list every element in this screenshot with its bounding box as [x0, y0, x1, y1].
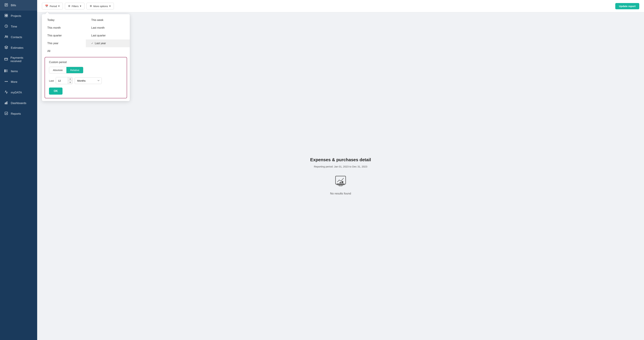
sidebar-item-mydata[interactable]: myDATA [0, 87, 37, 98]
main-content: 📅 Period ▾ ⚙ Filters ▾ ⚙ More options ▾ … [37, 0, 644, 340]
option-last-month[interactable]: Last month [86, 24, 130, 32]
ok-label: OK [54, 90, 58, 92]
sidebar-item-reports[interactable]: Reports [0, 108, 37, 119]
option-this-month[interactable]: This month [42, 24, 86, 32]
svg-rect-24 [6, 102, 6, 104]
absolute-toggle[interactable]: Absolute [49, 67, 66, 73]
last-label: Last [49, 79, 54, 82]
today-label: Today [47, 18, 54, 21]
toggle-group: Absolute Relative [49, 67, 83, 73]
svg-point-22 [7, 81, 8, 82]
sidebar-item-estimates[interactable]: Estimates [0, 42, 37, 53]
sidebar-label-projects: Projects [11, 14, 21, 18]
sidebar-label-reports: Reports [11, 112, 21, 116]
period-button[interactable]: 📅 Period ▾ [42, 3, 63, 9]
items-icon [4, 69, 8, 74]
check-icon: ✓ [91, 42, 94, 45]
sidebar-label-bills: Bills [11, 4, 16, 7]
period-icon: 📅 [45, 4, 48, 7]
filter-icon: ⚙ [68, 4, 70, 7]
update-report-label: Update report [619, 5, 636, 7]
option-last-quarter[interactable]: Last quarter [86, 32, 130, 39]
svg-point-10 [7, 36, 8, 37]
reports-icon [4, 112, 8, 116]
period-dropdown: Today This week This month Last month Th… [42, 12, 130, 101]
spinners: ▲ ▼ [68, 77, 72, 84]
dropdown-panel: Today This week This month Last month Th… [42, 14, 130, 101]
number-field[interactable] [56, 78, 68, 84]
last-row: Last ▲ ▼ Days Weeks Months Quarters Year [49, 77, 123, 84]
filters-label: Filters [72, 5, 78, 7]
svg-rect-5 [6, 14, 8, 15]
this-quarter-label: This quarter [47, 34, 62, 37]
period-select[interactable]: Days Weeks Months Quarters Years [75, 77, 102, 84]
svg-rect-4 [5, 14, 6, 15]
projects-icon [4, 14, 8, 18]
period-chevron-icon: ▾ [58, 4, 60, 7]
no-results-text: No results found [330, 192, 351, 195]
spinner-up[interactable]: ▲ [68, 77, 72, 81]
payments-icon [4, 57, 8, 62]
svg-rect-26 [5, 112, 8, 115]
sidebar-label-mydata: myDATA [11, 91, 22, 94]
more-options-button[interactable]: ⚙ More options ▾ [86, 3, 114, 9]
more-options-gear-icon: ⚙ [90, 4, 92, 7]
sidebar-item-more[interactable]: More [0, 77, 37, 87]
filters-button[interactable]: ⚙ Filters ▾ [65, 3, 84, 9]
more-options-chevron-icon: ▾ [109, 4, 111, 7]
last-year-label: Last year [95, 42, 106, 45]
svg-marker-11 [5, 46, 8, 47]
toolbar: 📅 Period ▾ ⚙ Filters ▾ ⚙ More options ▾ … [37, 0, 644, 12]
option-last-year[interactable]: ✓ Last year [86, 39, 130, 47]
svg-rect-7 [6, 16, 8, 17]
period-label: Period [50, 5, 57, 7]
bills-icon [4, 3, 8, 7]
sidebar-item-bills[interactable]: Bills [0, 0, 37, 11]
option-all[interactable]: All [42, 47, 86, 55]
sidebar-item-payments-received[interactable]: Payments received [0, 53, 37, 66]
report-title: Expenses & purchases detail [310, 157, 371, 163]
period-options-grid: Today This week This month Last month Th… [42, 14, 130, 57]
svg-rect-31 [340, 182, 341, 183]
this-year-label: This year [47, 42, 58, 45]
dashboards-icon [4, 101, 8, 105]
mydata-icon [4, 90, 8, 95]
custom-period-title: Custom period [49, 61, 123, 64]
svg-rect-29 [339, 185, 342, 186]
sidebar-item-items[interactable]: Items [0, 66, 37, 77]
relative-toggle[interactable]: Relative [66, 67, 83, 73]
svg-rect-30 [342, 181, 343, 183]
custom-period-section: Custom period Absolute Relative Last ▲ [44, 57, 127, 98]
sidebar-item-projects[interactable]: Projects [0, 11, 37, 21]
more-options-label: More options [93, 5, 108, 7]
last-quarter-label: Last quarter [91, 34, 106, 37]
sidebar-item-contacts[interactable]: Contacts [0, 32, 37, 42]
option-this-quarter[interactable]: This quarter [42, 32, 86, 39]
sidebar-item-dashboards[interactable]: Dashboards [0, 98, 37, 108]
option-today[interactable]: Today [42, 16, 86, 24]
option-this-week[interactable]: This week [86, 16, 130, 24]
this-week-label: This week [91, 18, 104, 21]
sidebar-label-payments: Payments received [10, 56, 33, 63]
ok-button[interactable]: OK [49, 88, 62, 95]
spinner-down[interactable]: ▼ [68, 81, 72, 84]
option-this-year[interactable]: This year [42, 39, 86, 47]
report-period: Reporting period: Jan 01, 2023 to Dec 31… [314, 165, 367, 168]
no-results-icon [334, 174, 347, 187]
sidebar: Bills Projects Time Contacts Estimates P… [0, 0, 37, 340]
time-icon [4, 24, 8, 29]
svg-rect-12 [4, 58, 8, 60]
contacts-icon [4, 35, 8, 39]
estimates-icon [4, 45, 8, 50]
sidebar-label-more: More [11, 80, 18, 84]
all-label: All [47, 50, 50, 53]
last-month-label: Last month [91, 26, 104, 29]
svg-point-20 [5, 81, 6, 82]
sidebar-item-time[interactable]: Time [0, 21, 37, 32]
more-icon [4, 80, 8, 84]
absolute-label: Absolute [53, 69, 63, 71]
sidebar-label-items: Items [11, 70, 18, 73]
sidebar-label-estimates: Estimates [11, 46, 24, 50]
update-report-button[interactable]: Update report [615, 3, 639, 9]
this-month-label: This month [47, 26, 61, 29]
